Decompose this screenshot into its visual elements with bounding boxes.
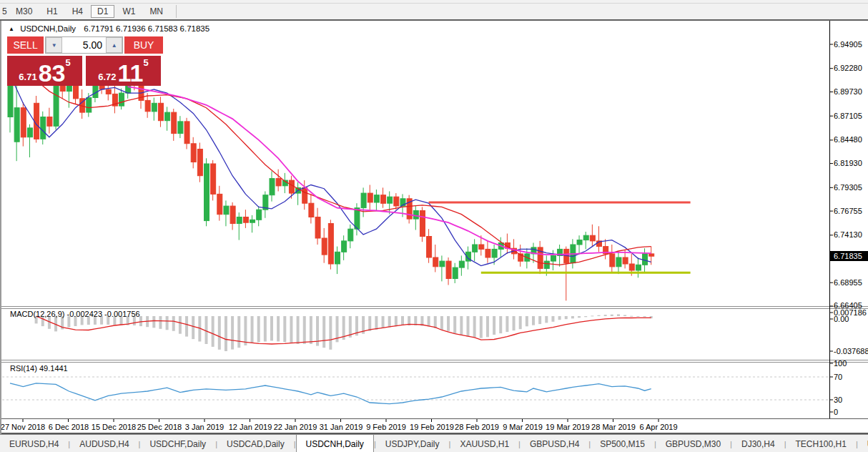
macd-histogram-bar	[244, 316, 247, 345]
price-axis-label: 6.68955	[834, 278, 862, 288]
candle-body	[551, 255, 556, 261]
price-axis-label: 6.79305	[834, 183, 862, 192]
candle-body	[440, 261, 445, 267]
tab-usdchf-daily[interactable]: USDCHF,Daily	[140, 435, 215, 452]
macd-histogram-bar	[571, 316, 574, 318]
tab-audusd-h4[interactable]: AUDUSD,H4	[70, 435, 138, 452]
candle-body	[649, 254, 654, 256]
macd-histogram-bar	[486, 316, 489, 337]
candle-body	[623, 257, 628, 264]
tab-xauusd-h1[interactable]: XAUUSD,H1	[450, 435, 518, 452]
candle-body	[348, 229, 353, 241]
candle-body	[479, 245, 484, 249]
macd-histogram-bar	[584, 316, 587, 317]
timeframe-button-h1[interactable]: H1	[40, 5, 64, 18]
candle-body	[342, 241, 347, 252]
tab-gbpusd-m30[interactable]: GBPUSD,M30	[656, 435, 730, 452]
candle-body	[381, 195, 386, 204]
tab-usdcad-daily[interactable]: USDCAD,Daily	[217, 435, 294, 452]
tab-eurusd-h4[interactable]: EURUSD,H4	[0, 435, 68, 452]
tab-dj30-h4[interactable]: DJ30,H4	[732, 435, 784, 452]
candle-body	[583, 235, 588, 240]
rsi-scale-70: 70	[834, 373, 842, 381]
macd-histogram-bar	[382, 316, 385, 328]
timeframe-button-m30[interactable]: M30	[9, 5, 39, 18]
macd-histogram-bar	[172, 316, 175, 331]
timeframe-button-mn[interactable]: MN	[143, 5, 169, 18]
macd-histogram-bar	[636, 316, 639, 317]
candle-body	[616, 257, 621, 267]
candle-body	[87, 98, 92, 113]
macd-histogram-bar	[440, 316, 443, 330]
chart-ohlc-readout: 6.71791 6.71936 6.71583 6.71835	[84, 24, 209, 33]
tab-ukoil-h[interactable]: UKOil,H	[858, 435, 868, 452]
volume-increase-button[interactable]: ▲	[106, 37, 122, 53]
macd-histogram-bar	[152, 316, 155, 328]
buy-price-display[interactable]: 6.72 11 5	[86, 56, 161, 86]
candle-body	[257, 210, 262, 220]
candle-body	[388, 197, 393, 203]
buy-price-pip: 5	[144, 57, 149, 68]
sell-price-display[interactable]: 6.71 83 5	[7, 56, 82, 86]
timeframe-button-h4[interactable]: H4	[66, 5, 89, 18]
timeframe-button-group: 5M30H1H4D1W1MN	[0, 5, 170, 18]
collapse-triangle-icon[interactable]: ▲	[9, 26, 14, 32]
current-price-tag: 6.71835	[830, 251, 868, 261]
macd-histogram-bar	[565, 316, 568, 319]
tab-gbpusd-h4[interactable]: GBPUSD,H4	[521, 435, 588, 452]
indicator-line	[10, 383, 651, 404]
candle-body	[374, 195, 379, 202]
candle-body	[27, 128, 32, 137]
macd-histogram-bar	[526, 316, 528, 326]
candle-body	[165, 112, 170, 121]
sell-price-pip: 5	[65, 57, 70, 68]
timeframe-toolbar: 5M30H1H4D1W1MN	[0, 4, 868, 21]
macd-histogram-bar	[179, 316, 182, 334]
candle-body	[577, 240, 582, 245]
candle-body	[315, 217, 320, 239]
macd-histogram-bar	[604, 315, 607, 316]
volume-decrease-button[interactable]: ▼	[46, 37, 62, 53]
rsi-name: RSI(14)	[10, 364, 37, 373]
candle-body	[217, 194, 222, 214]
macd-histogram-bar	[434, 316, 437, 328]
date-axis-label: 6 Apr 2019	[628, 423, 689, 431]
candle-body	[322, 238, 327, 255]
candle-body	[473, 245, 478, 252]
macd-histogram-bar	[212, 316, 214, 347]
chart-window: ▲ USDCNH,Daily 6.71791 6.71936 6.71583 6…	[0, 21, 868, 434]
candle-body	[152, 103, 157, 112]
tab-tech100-h1[interactable]: TECH100,H1	[786, 435, 856, 452]
volume-input[interactable]: 5.00	[62, 37, 106, 53]
sell-price-main: 83	[39, 62, 66, 84]
timeframe-button-5[interactable]: 5	[1, 5, 8, 18]
timeframe-button-w1[interactable]: W1	[116, 5, 142, 18]
macd-histogram-bar	[329, 316, 332, 350]
macd-histogram-bar	[310, 316, 312, 344]
timeframe-button-d1[interactable]: D1	[91, 5, 114, 18]
price-axis-label: 6.84480	[834, 135, 862, 144]
macd-histogram-bar	[643, 316, 646, 317]
tab-sp500-m15[interactable]: SP500,M15	[591, 435, 654, 452]
buy-button[interactable]: BUY	[124, 36, 163, 54]
candle-body	[335, 252, 340, 264]
macd-histogram-bar	[270, 316, 273, 340]
candle-body	[178, 122, 183, 134]
macd-histogram-bar	[493, 316, 495, 335]
tab-usdjpy-daily[interactable]: USDJPY,Daily	[376, 435, 449, 452]
candle-body	[361, 193, 366, 208]
macd-histogram-bar	[225, 316, 227, 351]
candle-body	[427, 237, 432, 258]
candle-body	[492, 249, 497, 257]
candle-body	[276, 179, 281, 186]
price-axis-label: 6.89730	[834, 87, 862, 97]
candle-body	[413, 211, 418, 220]
price-axis-label: 6.74130	[834, 230, 862, 240]
macd-histogram-bar	[166, 316, 169, 330]
candle-body	[224, 206, 229, 215]
macd-histogram-bar	[395, 316, 398, 326]
tab-usdcnh-daily[interactable]: USDCNH,Daily	[296, 435, 374, 452]
sell-button[interactable]: SELL	[7, 36, 44, 54]
macd-histogram-bar	[453, 316, 456, 334]
candle-body	[204, 164, 209, 221]
